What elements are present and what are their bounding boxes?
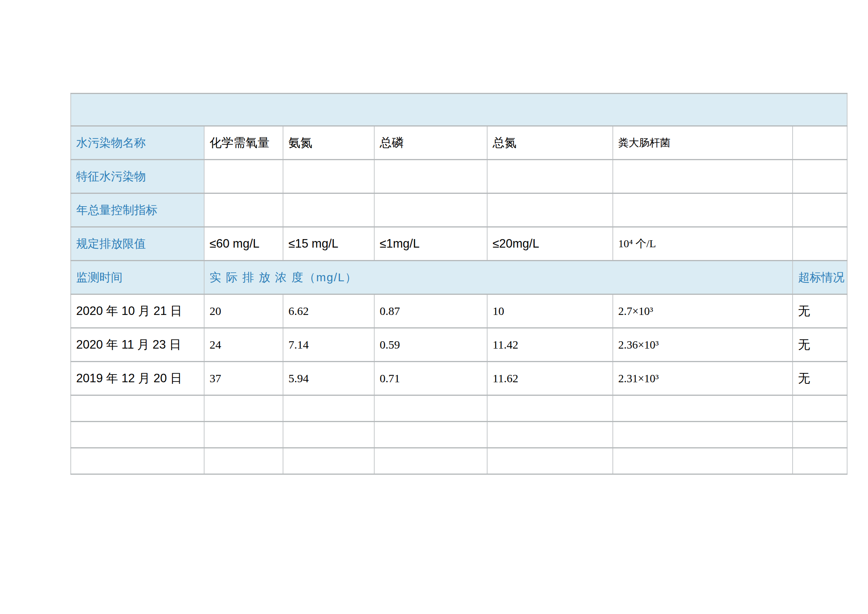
row-label-annual-total: 年总量控制指标 — [71, 193, 204, 227]
exceed-status-header: 超标情况 — [793, 261, 847, 294]
empty-cell — [374, 160, 487, 193]
table-row — [71, 395, 847, 422]
measurement-value-ammonia: 7.14 — [283, 328, 374, 362]
empty-cell — [793, 422, 847, 448]
empty-cell — [793, 193, 847, 227]
empty-cell — [71, 395, 204, 422]
empty-cell — [71, 422, 204, 448]
limit-nitrogen: ≤20mg/L — [487, 227, 613, 261]
empty-cell — [283, 160, 374, 193]
empty-cell — [487, 422, 613, 448]
empty-cell — [613, 395, 793, 422]
empty-cell — [613, 448, 793, 474]
row-label-pollutant-name: 水污染物名称 — [71, 126, 204, 160]
table-row: 监测时间 实 际 排 放 浓 度（mg/L） 超标情况 — [71, 261, 847, 294]
actual-concentration-header: 实 际 排 放 浓 度（mg/L） — [204, 261, 793, 294]
pollutant-header-coliform: 粪大肠杆菌 — [613, 126, 793, 160]
empty-cell — [613, 422, 793, 448]
empty-cell — [71, 448, 204, 474]
pollutant-header-nitrogen: 总氮 — [487, 126, 613, 160]
table-row: 2019 年 12 月 20 日 37 5.94 0.71 11.62 2.31… — [71, 362, 847, 395]
empty-cell — [487, 448, 613, 474]
table-row: 规定排放限值 ≤60 mg/L ≤15 mg/L ≤1mg/L ≤20mg/L … — [71, 227, 847, 261]
exceed-status-value: 无 — [793, 328, 847, 362]
limit-coliform: 10⁴ 个/L — [613, 227, 793, 261]
limit-phosphorus: ≤1mg/L — [374, 227, 487, 261]
empty-cell — [204, 448, 283, 474]
document-page: { "colors": { "header_fill": "#dbecf4", … — [0, 0, 868, 614]
pollutant-header-ammonia: 氨氮 — [283, 126, 374, 160]
table-row: 特征水污染物 — [71, 160, 847, 193]
pollutant-monitoring-table: 水污染物名称 化学需氧量 氨氮 总磷 总氮 粪大肠杆菌 特征水污染物 年总量控制… — [70, 93, 848, 475]
empty-cell — [487, 160, 613, 193]
pollutant-header-phosphorus: 总磷 — [374, 126, 487, 160]
exceed-status-value: 无 — [793, 294, 847, 328]
limit-cod: ≤60 mg/L — [204, 227, 283, 261]
empty-cell — [374, 422, 487, 448]
table-row: 年总量控制指标 — [71, 193, 847, 227]
empty-cell — [283, 422, 374, 448]
table-row: 水污染物名称 化学需氧量 氨氮 总磷 总氮 粪大肠杆菌 — [71, 126, 847, 160]
measurement-date: 2019 年 12 月 20 日 — [71, 362, 204, 395]
measurement-value-coliform: 2.7×10³ — [613, 294, 793, 328]
measurement-value-phosphorus: 0.59 — [374, 328, 487, 362]
empty-cell — [374, 395, 487, 422]
table-row: 2020 年 10 月 21 日 20 6.62 0.87 10 2.7×10³… — [71, 294, 847, 328]
measurement-value-ammonia: 6.62 — [283, 294, 374, 328]
table-title-banner — [71, 94, 847, 126]
measurement-value-ammonia: 5.94 — [283, 362, 374, 395]
measurement-value-cod: 20 — [204, 294, 283, 328]
measurement-value-nitrogen: 11.62 — [487, 362, 613, 395]
empty-cell — [793, 126, 847, 160]
empty-cell — [204, 422, 283, 448]
empty-cell — [374, 193, 487, 227]
empty-cell — [793, 448, 847, 474]
row-label-monitor-time: 监测时间 — [71, 261, 204, 294]
table-row — [71, 422, 847, 448]
empty-cell — [613, 193, 793, 227]
measurement-date: 2020 年 10 月 21 日 — [71, 294, 204, 328]
measurement-value-cod: 37 — [204, 362, 283, 395]
empty-cell — [613, 160, 793, 193]
empty-cell — [374, 448, 487, 474]
empty-cell — [204, 160, 283, 193]
empty-cell — [793, 160, 847, 193]
measurement-value-phosphorus: 0.71 — [374, 362, 487, 395]
pollutant-header-cod: 化学需氧量 — [204, 126, 283, 160]
empty-cell — [487, 193, 613, 227]
empty-cell — [283, 448, 374, 474]
empty-cell — [204, 193, 283, 227]
empty-cell — [283, 193, 374, 227]
table-row — [71, 448, 847, 474]
table-row: 2020 年 11 月 23 日 24 7.14 0.59 11.42 2.36… — [71, 328, 847, 362]
empty-cell — [204, 395, 283, 422]
empty-cell — [487, 395, 613, 422]
row-label-characteristic: 特征水污染物 — [71, 160, 204, 193]
measurement-value-coliform: 2.31×10³ — [613, 362, 793, 395]
measurement-value-cod: 24 — [204, 328, 283, 362]
measurement-value-coliform: 2.36×10³ — [613, 328, 793, 362]
empty-cell — [793, 227, 847, 261]
measurement-value-nitrogen: 11.42 — [487, 328, 613, 362]
table-row — [71, 94, 847, 126]
empty-cell — [793, 395, 847, 422]
measurement-value-nitrogen: 10 — [487, 294, 613, 328]
measurement-value-phosphorus: 0.87 — [374, 294, 487, 328]
exceed-status-value: 无 — [793, 362, 847, 395]
empty-cell — [283, 395, 374, 422]
row-label-discharge-limit: 规定排放限值 — [71, 227, 204, 261]
limit-ammonia: ≤15 mg/L — [283, 227, 374, 261]
measurement-date: 2020 年 11 月 23 日 — [71, 328, 204, 362]
